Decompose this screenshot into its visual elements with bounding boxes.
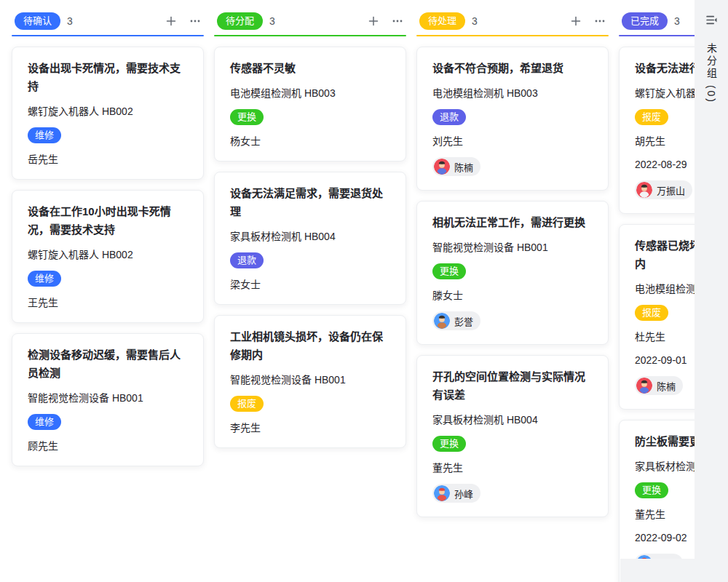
card-tag: 更换	[635, 482, 668, 498]
card-title: 设备无法满足需求，需要退货处理	[230, 184, 390, 220]
assignee-name: 孙峰	[454, 487, 473, 501]
card-title: 检测设备移动迟缓，需要售后人员检测	[28, 346, 188, 382]
card-person: 刘先生	[432, 134, 593, 148]
card-device: 电池模组检测机 HB003	[432, 86, 593, 100]
card-device: 家具板材检测机 HB004	[432, 412, 593, 427]
card-title: 开孔的空间位置检测与实际情况有误差	[432, 367, 593, 404]
card-tag: 维修	[28, 127, 61, 143]
column-more-button[interactable]	[389, 12, 406, 30]
card-person: 杨女士	[230, 134, 390, 148]
kanban-card[interactable]: 设备在工作10小时出现卡死情况，需要技术支持 螺钉旋入机器人 HB002 维修 …	[12, 190, 204, 323]
assignee-chip: 万振山	[635, 180, 692, 199]
column-cards: 设备出现卡死情况，需要技术支持 螺钉旋入机器人 HB002 维修 岳先生 设备在…	[12, 47, 204, 466]
kanban-card[interactable]: 工业相机镜头损坏，设备仍在保修期内 智能视觉检测设备 HB001 报废 李先生	[214, 315, 406, 448]
card-tag: 报废	[635, 305, 668, 321]
assignee-chip: 陈楠	[432, 157, 480, 176]
kanban-card[interactable]: 开孔的空间位置检测与实际情况有误差 家具板材检测机 HB004 更换 董先生 孙…	[416, 355, 609, 517]
assignee-name: 陈楠	[454, 160, 473, 174]
card-title: 设备不符合预期，希望退货	[432, 59, 593, 77]
column-more-button[interactable]	[591, 12, 609, 30]
column-color-bar	[214, 35, 406, 36]
column-header: 待分配 3	[214, 12, 406, 31]
card-person: 岳先生	[28, 152, 188, 167]
assignee-chip: 陈楠	[635, 376, 683, 395]
card-person: 梁女士	[230, 277, 390, 292]
add-card-button[interactable]	[567, 12, 585, 30]
column-color-bar	[416, 35, 609, 36]
column-status-badge: 待处理	[419, 12, 465, 30]
avatar	[636, 378, 652, 394]
card-title: 相机无法正常工作，需进行更换	[432, 213, 593, 231]
column-header: 待处理 3	[416, 12, 609, 31]
column-count: 3	[269, 15, 275, 27]
avatar	[434, 313, 450, 329]
kanban-card[interactable]: 检测设备移动迟缓，需要售后人员检测 智能视觉检测设备 HB001 维修 顾先生	[12, 333, 204, 466]
card-tag: 退款	[230, 252, 264, 268]
column-status-badge: 已完成	[622, 12, 668, 30]
column-status-badge: 待分配	[217, 12, 263, 30]
column-count: 3	[67, 15, 73, 27]
column-status-badge: 待确认	[15, 12, 60, 30]
kanban-board: 待确认 3	[0, 0, 728, 582]
card-tag: 报废	[635, 109, 668, 125]
kanban-card[interactable]: 设备无法满足需求，需要退货处理 家具板材检测机 HB004 退款 梁女士	[214, 172, 406, 305]
add-card-button[interactable]	[162, 12, 180, 30]
column-count: 3	[674, 15, 680, 27]
card-tag: 更换	[432, 263, 466, 279]
card-device: 螺钉旋入机器人 HB002	[28, 247, 188, 262]
column-header: 待确认 3	[12, 12, 204, 31]
assignee-name: 彭誉	[454, 314, 473, 328]
card-tag: 报废	[230, 396, 264, 412]
kanban-card[interactable]: 设备不符合预期，希望退货 电池模组检测机 HB003 退款 刘先生 陈楠	[416, 47, 609, 191]
column-color-bar	[12, 35, 204, 36]
card-person: 董先生	[432, 461, 593, 475]
card-title: 设备在工作10小时出现卡死情况，需要技术支持	[28, 202, 188, 239]
card-person: 顾先生	[28, 439, 188, 453]
kanban-column: 待分配 3	[214, 12, 406, 448]
card-tag: 更换	[432, 436, 466, 452]
collapsed-group-panel[interactable]: 未分组 (0)	[695, 0, 728, 582]
assignee-chip: 孙峰	[432, 484, 480, 503]
card-tag: 退款	[432, 109, 466, 125]
kanban-card[interactable]: 相机无法正常工作，需进行更换 智能视觉检测设备 HB001 更换 滕女士 彭誉	[416, 201, 609, 345]
card-tag: 维修	[28, 271, 61, 287]
add-card-button[interactable]	[365, 12, 382, 30]
kanban-column: 待确认 3	[12, 12, 204, 466]
avatar	[434, 159, 450, 175]
card-tag: 维修	[28, 414, 61, 430]
column-more-button[interactable]	[186, 12, 204, 30]
expand-panel-icon[interactable]	[703, 11, 720, 28]
card-device: 电池模组检测机 HB003	[230, 86, 390, 100]
card-title: 设备出现卡死情况，需要技术支持	[28, 59, 188, 95]
kanban-column: 待处理 3	[416, 12, 609, 517]
card-device: 螺钉旋入机器人 HB002	[28, 104, 188, 119]
card-device: 智能视觉检测设备 HB001	[432, 240, 593, 255]
assignee-chip: 彭誉	[432, 311, 480, 330]
collapsed-group-label: 未分组 (0)	[704, 43, 719, 104]
card-person: 王先生	[28, 295, 188, 310]
column-cards: 设备不符合预期，希望退货 电池模组检测机 HB003 退款 刘先生 陈楠 相机无…	[416, 47, 609, 517]
card-tag: 更换	[230, 109, 264, 125]
column-count: 3	[472, 15, 478, 27]
card-device: 智能视觉检测设备 HB001	[230, 372, 390, 387]
card-title: 传感器不灵敏	[230, 59, 390, 77]
card-device: 智能视觉检测设备 HB001	[28, 391, 188, 405]
kanban-card[interactable]: 传感器不灵敏 电池模组检测机 HB003 更换 杨女士	[214, 47, 406, 162]
column-cards: 传感器不灵敏 电池模组检测机 HB003 更换 杨女士 设备无法满足需求，需要退…	[214, 47, 406, 448]
card-person: 李先生	[230, 420, 390, 435]
card-title: 工业相机镜头损坏，设备仍在保修期内	[230, 327, 390, 364]
card-device: 家具板材检测机 HB004	[230, 229, 390, 244]
assignee-name: 陈楠	[657, 379, 676, 393]
avatar	[636, 182, 652, 198]
assignee-name: 万振山	[657, 183, 685, 197]
kanban-card[interactable]: 设备出现卡死情况，需要技术支持 螺钉旋入机器人 HB002 维修 岳先生	[12, 47, 204, 180]
card-person: 滕女士	[432, 288, 593, 303]
avatar	[434, 485, 450, 501]
